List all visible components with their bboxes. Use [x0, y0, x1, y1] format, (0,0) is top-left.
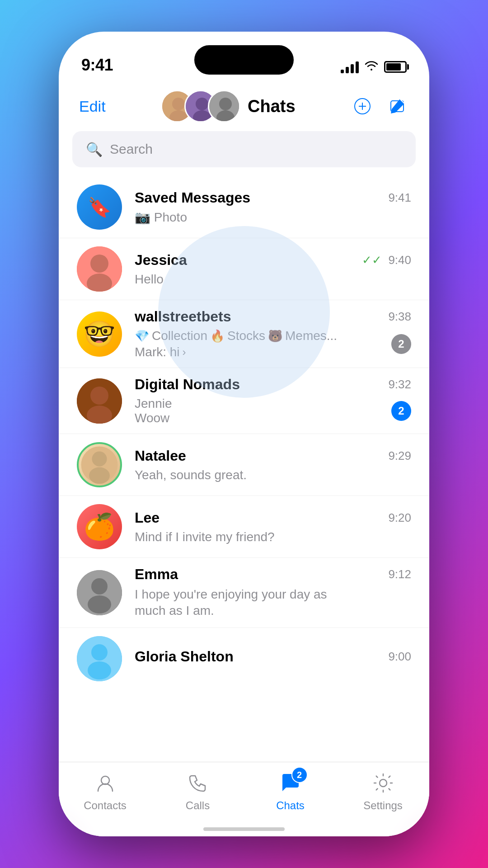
chat-content-emma: Emma 9:12 I hope you're enjoying your da…	[135, 566, 411, 619]
chat-time-emma: 9:12	[388, 567, 411, 581]
chat-name-saved-messages: Saved Messages	[135, 189, 250, 206]
avatar-wallstreetbets: 🤓	[77, 311, 122, 357]
nav-center: Chats	[161, 90, 296, 123]
tab-calls[interactable]: Calls	[151, 770, 244, 812]
svg-point-24	[88, 595, 111, 613]
chat-name-digital-nomads: Digital Nomads	[135, 376, 240, 393]
tab-label-contacts: Contacts	[84, 799, 127, 812]
tab-label-chats: Chats	[276, 799, 305, 812]
svg-point-4	[196, 98, 208, 110]
chat-sender-digital: Jennie	[135, 396, 370, 411]
status-icons	[341, 59, 407, 75]
unread-badge-digital-nomads: 2	[391, 401, 411, 421]
avatar-saved-messages: 🔖	[77, 184, 122, 230]
chat-time-digital-nomads: 9:32	[388, 377, 411, 392]
chat-time-saved-messages: 9:41	[388, 191, 411, 205]
chat-content-natalee: Natalee 9:29 Yeah, sounds great.	[135, 448, 411, 482]
search-bar[interactable]: 🔍 Search	[72, 131, 416, 167]
chat-time-gloria-shelton: 9:00	[388, 650, 411, 664]
status-time: 9:41	[81, 56, 113, 75]
chat-content-saved-messages: Saved Messages 9:41 📷 Photo	[135, 189, 411, 225]
tab-label-calls: Calls	[186, 799, 210, 812]
avatar-natalee	[77, 442, 122, 487]
chat-content-digital-nomads: Digital Nomads 9:32 Jennie Woow 2	[135, 376, 411, 425]
chat-content-gloria-shelton: Gloria Shelton 9:00	[135, 648, 411, 669]
chat-preview-saved-messages: 📷 Photo	[135, 210, 187, 225]
phone-frame: 9:41 Edit	[59, 32, 429, 836]
chat-preview-wsb-topics: 💎 Collection 🔥 Stocks 🐻 Memes...	[135, 329, 391, 343]
gear-icon	[371, 770, 396, 796]
chat-item-emma[interactable]: Emma 9:12 I hope you're enjoying your da…	[59, 558, 429, 628]
signal-icon	[341, 61, 359, 73]
dynamic-island	[194, 45, 294, 75]
svg-point-23	[91, 578, 108, 594]
chat-sender-wsb: Mark: hi	[135, 345, 180, 359]
chat-name-gloria-shelton: Gloria Shelton	[135, 648, 234, 665]
chat-item-jessica[interactable]: Jessica ✓✓ 9:40 Hello	[59, 238, 429, 300]
chat-preview-emma: I hope you're enjoying your day as much …	[135, 586, 361, 619]
chat-content-jessica: Jessica ✓✓ 9:40 Hello	[135, 252, 411, 287]
avatar-lee: 🍊	[77, 504, 122, 549]
svg-point-21	[89, 467, 110, 484]
chat-icon: 2	[278, 770, 303, 796]
add-circle-button[interactable]	[351, 94, 374, 118]
chat-item-digital-nomads[interactable]: Digital Nomads 9:32 Jennie Woow 2	[59, 368, 429, 434]
chat-item-gloria-shelton[interactable]: Gloria Shelton 9:00	[59, 628, 429, 689]
chat-name-natalee: Natalee	[135, 448, 186, 464]
tab-bar: Contacts Calls 2 Chats	[59, 762, 429, 836]
svg-point-26	[91, 644, 108, 660]
chat-time-lee: 9:20	[388, 511, 411, 525]
navigation-bar: Edit Chats	[59, 81, 429, 131]
chat-item-wallstreetbets[interactable]: 🤓 wallstreetbets 9:38 💎 Collection 🔥 Sto…	[59, 300, 429, 368]
chat-content-lee: Lee 9:20 Mind if I invite my friend?	[135, 509, 411, 544]
search-placeholder: Search	[110, 142, 153, 157]
svg-point-20	[92, 452, 107, 467]
svg-point-1	[172, 98, 185, 110]
unread-badge-wallstreetbets: 2	[391, 334, 411, 354]
edit-button[interactable]: Edit	[79, 98, 106, 115]
chat-name-lee: Lee	[135, 509, 160, 526]
chat-preview-lee: Mind if I invite my friend?	[135, 530, 275, 544]
svg-point-7	[219, 98, 232, 110]
chat-time-natalee: 9:29	[388, 449, 411, 463]
svg-point-28	[101, 776, 109, 784]
tab-settings[interactable]: Settings	[337, 770, 429, 812]
svg-point-29	[380, 779, 387, 787]
chat-preview-jessica: Hello	[135, 272, 164, 287]
tab-contacts[interactable]: Contacts	[59, 770, 151, 812]
avatar-jessica	[77, 246, 122, 292]
nav-actions	[351, 94, 409, 118]
chat-preview-digital: Woow	[135, 411, 370, 425]
chat-item-natalee[interactable]: Natalee 9:29 Yeah, sounds great.	[59, 434, 429, 496]
chat-time-wallstreetbets: 9:38	[388, 310, 411, 324]
search-container: 🔍 Search	[72, 131, 416, 167]
tab-chats[interactable]: 2 Chats	[244, 770, 337, 812]
tab-badge-chats: 2	[291, 767, 308, 783]
wifi-icon	[364, 59, 379, 75]
search-icon: 🔍	[86, 142, 103, 157]
read-check-jessica: ✓✓	[362, 253, 382, 267]
chat-content-wallstreetbets: wallstreetbets 9:38 💎 Collection 🔥 Stock…	[135, 308, 411, 359]
phone-icon	[185, 770, 211, 796]
page-title: Chats	[248, 97, 296, 116]
chat-preview-natalee: Yeah, sounds great.	[135, 468, 247, 482]
home-indicator	[203, 827, 285, 831]
svg-point-27	[88, 661, 111, 679]
chat-name-wallstreetbets: wallstreetbets	[135, 308, 231, 325]
compose-button[interactable]	[385, 94, 409, 118]
chat-item-lee[interactable]: 🍊 Lee 9:20 Mind if I invite my friend?	[59, 496, 429, 558]
chat-item-saved-messages[interactable]: 🔖 Saved Messages 9:41 📷 Photo	[59, 176, 429, 238]
person-icon	[93, 770, 118, 796]
avatar-emma	[77, 570, 122, 615]
svg-point-14	[90, 255, 108, 273]
svg-point-17	[90, 387, 108, 405]
chat-name-jessica: Jessica	[135, 252, 187, 269]
avatar-gloria-shelton	[77, 636, 122, 681]
story-avatar-3[interactable]	[208, 90, 240, 123]
chat-time-jessica: 9:40	[388, 253, 411, 267]
battery-icon	[384, 61, 407, 73]
tab-label-settings: Settings	[363, 799, 403, 812]
story-avatars[interactable]	[161, 90, 240, 123]
chat-name-emma: Emma	[135, 566, 178, 583]
avatar-digital-nomads	[77, 378, 122, 424]
